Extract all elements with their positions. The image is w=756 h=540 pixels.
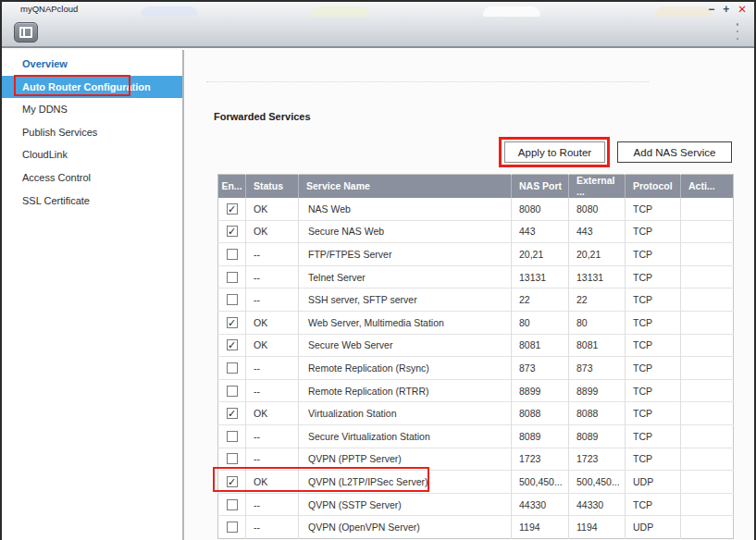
checkbox-checked-icon[interactable]: ✓ (227, 339, 238, 350)
checkbox-checked-icon[interactable]: ✓ (227, 203, 238, 215)
action-cell (681, 357, 734, 380)
table-row[interactable]: ✓OKSecure Web Server80818081TCP (218, 334, 734, 357)
checkbox-unchecked-icon[interactable] (227, 522, 238, 533)
service-name-cell: QVPN (OpenVPN Server) (299, 516, 512, 539)
external-port-cell: 443 (569, 220, 626, 243)
titlebar-reflection (141, 6, 198, 17)
table-row[interactable]: ✓OKQVPN (L2TP/IPSec Server)500,450...500… (218, 471, 734, 494)
app-body: Overview Auto Router Configuration My DD… (2, 50, 754, 540)
checkbox-unchecked-icon[interactable] (227, 249, 238, 260)
external-port-cell: 500,450... (569, 471, 626, 494)
action-cell (681, 265, 734, 288)
table-row[interactable]: --QVPN (OpenVPN Server)11941194UDP (218, 516, 734, 539)
table-row[interactable]: ✓OKWeb Server, Multimedia Station8080TCP (218, 311, 734, 334)
table-row[interactable]: --SSH server, SFTP server2222TCP (218, 288, 734, 312)
service-name-cell: QVPN (PPTP Server) (299, 448, 512, 471)
column-header[interactable]: NAS Port (512, 175, 569, 198)
sidebar: Overview Auto Router Configuration My DD… (2, 50, 184, 540)
titlebar-reflection (312, 6, 369, 17)
column-header[interactable]: Acti... (681, 175, 734, 198)
table-row[interactable]: ✓OKVirtualization Station80888088TCP (218, 402, 734, 425)
action-cell (681, 220, 734, 243)
checkbox-unchecked-icon[interactable] (227, 362, 238, 374)
checkbox-unchecked-icon[interactable] (227, 453, 238, 464)
column-header[interactable]: Protocol (626, 175, 681, 198)
enable-cell: ✓ (218, 334, 246, 357)
enable-cell (218, 493, 246, 516)
table-row[interactable]: ✓OKNAS Web80808080TCP (218, 198, 734, 221)
action-cell (681, 311, 734, 334)
apply-to-router-button[interactable]: Apply to Router (504, 141, 605, 163)
checkbox-unchecked-icon[interactable] (227, 386, 238, 397)
service-name-cell: NAS Web (299, 198, 512, 221)
sidebar-item-my-ddns[interactable]: My DDNS (2, 98, 182, 121)
external-port-cell: 8899 (569, 379, 626, 402)
service-name-cell: QVPN (L2TP/IPSec Server) (299, 471, 512, 494)
column-header[interactable]: Status (246, 175, 299, 198)
external-port-cell: 1194 (569, 516, 626, 539)
status-cell: -- (246, 357, 299, 380)
checkbox-checked-icon[interactable]: ✓ (227, 226, 238, 237)
sidebar-item-auto-router-configuration[interactable]: Auto Router Configuration (2, 76, 182, 99)
toolbar (2, 17, 754, 46)
sidebar-item-overview[interactable]: Overview (2, 53, 182, 76)
external-port-cell: 873 (569, 357, 626, 380)
nas-port-cell: 8088 (512, 402, 569, 425)
checkbox-unchecked-icon[interactable] (227, 272, 238, 283)
status-cell: -- (246, 379, 299, 402)
external-port-cell: 13131 (569, 265, 626, 288)
checkbox-unchecked-icon[interactable] (227, 499, 238, 510)
checkbox-checked-icon[interactable]: ✓ (227, 476, 238, 487)
checkbox-unchecked-icon[interactable] (227, 294, 238, 305)
sidebar-item-ssl-certificate[interactable]: SSL Certificate (2, 190, 182, 213)
external-port-cell: 8088 (569, 402, 626, 425)
service-name-cell: Remote Replication (Rsync) (299, 357, 512, 380)
titlebar[interactable]: myQNAPcloud − + ✕ (2, 2, 754, 17)
external-port-cell: 8081 (569, 334, 626, 357)
protocol-cell: TCP (626, 243, 681, 266)
table-row[interactable]: ✓OKSecure NAS Web443443TCP (218, 220, 734, 243)
nas-port-cell: 873 (512, 357, 569, 380)
action-cell (681, 424, 734, 448)
sidebar-item-cloudlink[interactable]: CloudLink (2, 143, 182, 166)
sidebar-item-publish-services[interactable]: Publish Services (2, 121, 182, 144)
minimize-icon[interactable]: − (708, 3, 714, 16)
checkbox-checked-icon[interactable]: ✓ (227, 317, 238, 328)
table-row[interactable]: --QVPN (SSTP Server)4433044330TCP (218, 493, 734, 516)
table-row[interactable]: --QVPN (PPTP Server)17231723TCP (218, 448, 734, 471)
table-row[interactable]: --Secure Virtualization Station80898089T… (218, 424, 734, 448)
sidebar-item-access-control[interactable]: Access Control (2, 166, 182, 190)
protocol-cell: TCP (626, 265, 681, 288)
checkbox-unchecked-icon[interactable] (227, 431, 238, 442)
column-header[interactable]: External ... (569, 175, 626, 198)
nas-port-cell: 20,21 (512, 243, 569, 266)
action-cell (681, 493, 734, 516)
action-cell (681, 198, 734, 221)
service-name-cell: Secure Virtualization Station (299, 424, 512, 448)
nas-port-cell: 1723 (512, 448, 569, 471)
table-row[interactable]: --Remote Replication (Rsync)873873TCP (218, 357, 734, 380)
status-cell: OK (246, 471, 299, 494)
overflow-menu-icon[interactable] (736, 23, 739, 40)
protocol-cell: UDP (626, 516, 681, 539)
column-header[interactable]: En... (218, 175, 246, 198)
section-title: Forwarded Services (214, 111, 311, 122)
table-row[interactable]: --Telnet Server1313113131TCP (218, 265, 734, 288)
protocol-cell: TCP (626, 288, 681, 312)
external-port-cell: 22 (569, 288, 626, 312)
checkbox-checked-icon[interactable]: ✓ (227, 408, 238, 419)
column-header[interactable]: Service Name (299, 175, 512, 198)
table-row[interactable]: --Remote Replication (RTRR)88998899TCP (218, 379, 734, 402)
nas-port-cell: 500,450... (512, 471, 569, 494)
sidebar-toggle-button[interactable] (14, 22, 38, 43)
add-nas-service-button[interactable]: Add NAS Service (617, 141, 732, 163)
table-row[interactable]: --FTP/FTPES Server20,2120,21TCP (218, 243, 734, 266)
app-window: myQNAPcloud − + ✕ Overview Auto Router C… (0, 0, 756, 540)
enable-cell: ✓ (218, 220, 246, 243)
maximize-icon[interactable]: + (723, 3, 729, 16)
table-header-row: En...StatusService NameNAS PortExternal … (218, 175, 734, 198)
status-cell: -- (246, 516, 299, 539)
enable-cell: ✓ (218, 311, 246, 334)
panel-toggle-icon (19, 27, 32, 38)
close-icon[interactable]: ✕ (737, 3, 747, 16)
